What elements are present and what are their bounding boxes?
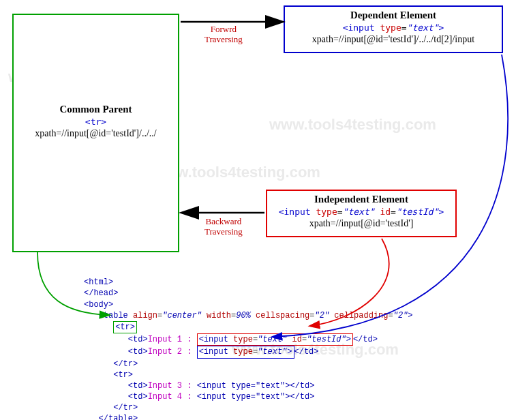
common-parent-xpath: xpath=//input[@id='testId']/../../ [18,128,174,139]
independent-code: <input type="text" id="testId"> [271,207,451,217]
dependent-element-box: Dependent Element <input type="text"> xp… [284,5,503,53]
independent-element-box: Independent Element <input type="text" i… [266,190,457,237]
dependent-code: <input type="text"> [289,22,498,33]
dependent-xpath: xpath=//input[@id='testId']/../../td[2]/… [289,34,498,45]
common-parent-code: <tr> [18,117,174,127]
common-parent-box: Common Parent <tr> xpath=//input[@id='te… [12,14,179,252]
html-code-block: <html> </head> <body> <table align="cent… [84,266,413,420]
dependent-title: Dependent Element [289,10,498,21]
tr-highlight: <tr> [113,321,137,333]
backward-traversing-label: BackwardTraversing [204,217,243,237]
independent-title: Independent Element [271,194,451,205]
input2-highlight: <input type="text"> [197,346,294,358]
watermark: www.tools4testing.com [269,116,436,134]
forward-traversing-label: ForwrdTraversing [204,25,243,45]
independent-xpath: xpath=//input[@id='testId'] [271,218,451,229]
input1-highlight: <input type="text" id="testId"> [197,333,353,346]
common-parent-title: Common Parent [18,104,174,115]
